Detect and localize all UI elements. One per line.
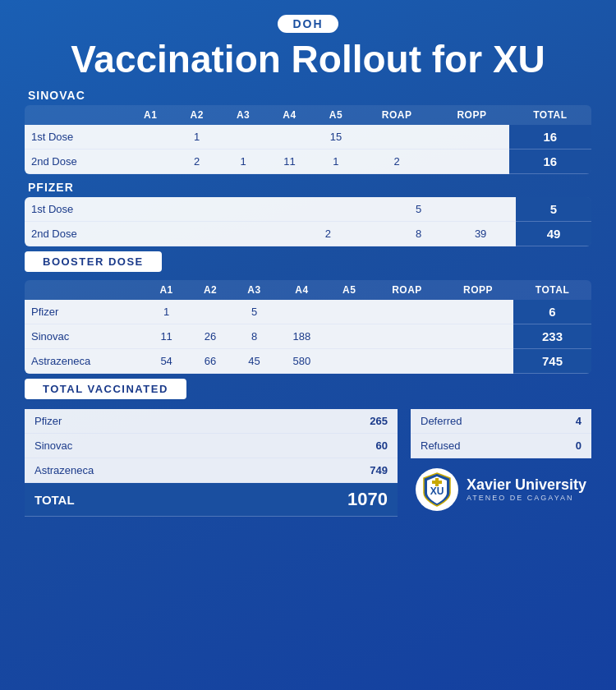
- booster-sinovac-a1: 11: [145, 324, 188, 349]
- booster-row-sinovac: Sinovac 11 26 8 188 233: [25, 324, 591, 349]
- sinovac-r1-a1: [127, 125, 173, 150]
- booster-col-ropp: ROPP: [443, 280, 513, 300]
- booster-sinovac-a3: 8: [232, 324, 276, 349]
- pfizer-r1-a3: [264, 197, 301, 222]
- vacc-row-sinovac: Sinovac 60: [25, 434, 398, 458]
- def-ref-table: Deferred 4 Refused 0: [411, 409, 591, 458]
- sinovac-col-a3: A3: [220, 105, 266, 125]
- booster-astra-a1: 54: [145, 349, 188, 374]
- sinovac-r2-total: 16: [509, 150, 591, 174]
- sinovac-col-a2: A2: [173, 105, 219, 125]
- booster-astra-a4: 580: [276, 349, 327, 374]
- logo-area: XU Xavier University ATENEO DE CAGAYAN: [411, 468, 591, 511]
- pfizer-r1-label: 1st Dose: [25, 197, 191, 222]
- vacc-astra-value: 749: [237, 458, 398, 483]
- xu-logo-svg: XU: [419, 472, 455, 508]
- pfizer-r2-a2: [228, 222, 264, 246]
- vacc-sinovac-value: 60: [237, 434, 398, 458]
- vacc-total-row: TOTAL 1070: [25, 483, 398, 517]
- sinovac-table: A1 A2 A3 A4 A5 ROAP ROPP TOTAL 1st Dose: [25, 105, 591, 174]
- booster-sinovac-roap: [371, 324, 443, 349]
- sinovac-col-roap: ROAP: [359, 105, 434, 125]
- sinovac-r1-a2: 1: [173, 125, 219, 150]
- booster-pfizer-a1: 1: [145, 300, 188, 324]
- booster-sinovac-a4: 188: [276, 324, 327, 349]
- booster-col-a2: A2: [188, 280, 232, 300]
- pfizer-table-wrap: 1st Dose 5 5 2nd Dose: [25, 197, 591, 246]
- pfizer-row-2: 2nd Dose 2 8 39 49: [25, 222, 591, 246]
- sinovac-r1-roap: [359, 125, 434, 150]
- sinovac-r2-label: 2nd Dose: [25, 150, 127, 174]
- booster-pfizer-ropp: [443, 300, 513, 324]
- pfizer-r2-a1: [191, 222, 228, 246]
- total-vaccinated-label: TOTAL VACCINATED: [25, 379, 186, 399]
- deferred-value: 4: [538, 409, 591, 434]
- university-name: Xavier University: [467, 477, 586, 494]
- pfizer-r2-total: 49: [516, 222, 591, 246]
- booster-pfizer-a2: [188, 300, 232, 324]
- booster-sinovac-total: 233: [513, 324, 591, 349]
- doh-badge: DOH: [25, 15, 591, 33]
- sinovac-r2-a2: 2: [173, 150, 219, 174]
- sinovac-header-row: A1 A2 A3 A4 A5 ROAP ROPP TOTAL: [25, 105, 591, 125]
- svg-text:XU: XU: [430, 485, 444, 497]
- sinovac-col-a1: A1: [127, 105, 173, 125]
- deferred-row: Deferred 4: [411, 409, 591, 434]
- refused-value: 0: [538, 434, 591, 458]
- booster-col-a3: A3: [232, 280, 276, 300]
- booster-row-astrazeneca: Astrazeneca 54 66 45 580 745: [25, 349, 591, 374]
- sinovac-r1-a3: [220, 125, 266, 150]
- booster-col-a4: A4: [276, 280, 327, 300]
- sinovac-col-a4: A4: [266, 105, 312, 125]
- pfizer-r2-a4: 2: [301, 222, 355, 246]
- deferred-label: Deferred: [411, 409, 538, 434]
- booster-pfizer-label: Pfizer: [25, 300, 145, 324]
- sinovac-r1-a4: [266, 125, 312, 150]
- pfizer-r1-a5: [355, 197, 392, 222]
- booster-pfizer-a5: [328, 300, 371, 324]
- booster-col-roap: ROAP: [371, 280, 443, 300]
- xu-logo-circle: XU: [416, 468, 458, 511]
- sinovac-row-1: 1st Dose 1 15 16: [25, 125, 591, 150]
- sinovac-row-2: 2nd Dose 2 1 11 1 2 16: [25, 150, 591, 174]
- booster-col-a1: A1: [145, 280, 188, 300]
- vacc-astra-label: Astrazeneca: [25, 458, 237, 483]
- sinovac-r2-ropp: [434, 150, 509, 174]
- booster-table-wrap: A1 A2 A3 A4 A5 ROAP ROPP TOTAL Pfizer 1: [25, 280, 591, 374]
- booster-section: BOOSTER DOSE A1 A2 A3 A4 A5 ROAP ROPP TO…: [25, 251, 591, 374]
- svg-rect-2: [432, 481, 442, 484]
- pfizer-r1-roap: 5: [392, 197, 445, 222]
- booster-pfizer-total: 6: [513, 300, 591, 324]
- booster-astra-roap: [371, 349, 443, 374]
- xu-text: Xavier University ATENEO DE CAGAYAN: [467, 477, 586, 502]
- pfizer-r1-a1: [191, 197, 228, 222]
- booster-pfizer-a3: 5: [232, 300, 276, 324]
- booster-sinovac-ropp: [443, 324, 513, 349]
- pfizer-r2-label: 2nd Dose: [25, 222, 191, 246]
- bottom-section: Pfizer 265 Sinovac 60 Astrazeneca 749: [25, 409, 591, 517]
- vacc-row-pfizer: Pfizer 265: [25, 409, 398, 434]
- total-vaccinated-section: TOTAL VACCINATED Pfizer 265 Sinovac 60: [25, 379, 591, 517]
- sinovac-col-a5: A5: [313, 105, 359, 125]
- pfizer-r1-total: 5: [516, 197, 591, 222]
- booster-astra-a5: [328, 349, 371, 374]
- booster-col-a5: A5: [328, 280, 371, 300]
- booster-header-row: A1 A2 A3 A4 A5 ROAP ROPP TOTAL: [25, 280, 591, 300]
- vacc-pfizer-value: 265: [237, 409, 398, 434]
- booster-row-pfizer: Pfizer 1 5 6: [25, 300, 591, 324]
- booster-sinovac-a5: [328, 324, 371, 349]
- booster-table: A1 A2 A3 A4 A5 ROAP ROPP TOTAL Pfizer 1: [25, 280, 591, 374]
- booster-label: BOOSTER DOSE: [25, 251, 162, 272]
- pfizer-r2-a5: [355, 222, 392, 246]
- sinovac-r2-roap: 2: [359, 150, 434, 174]
- booster-pfizer-roap: [371, 300, 443, 324]
- refused-row: Refused 0: [411, 434, 591, 458]
- sinovac-r1-a5: 15: [313, 125, 359, 150]
- booster-astra-ropp: [443, 349, 513, 374]
- sinovac-label: SINOVAC: [25, 87, 591, 105]
- university-tagline: ATENEO DE CAGAYAN: [467, 494, 586, 502]
- booster-astra-a3: 45: [232, 349, 276, 374]
- vacc-pfizer-label: Pfizer: [25, 409, 237, 434]
- pfizer-table: 1st Dose 5 5 2nd Dose: [25, 197, 591, 246]
- booster-sinovac-label: Sinovac: [25, 324, 145, 349]
